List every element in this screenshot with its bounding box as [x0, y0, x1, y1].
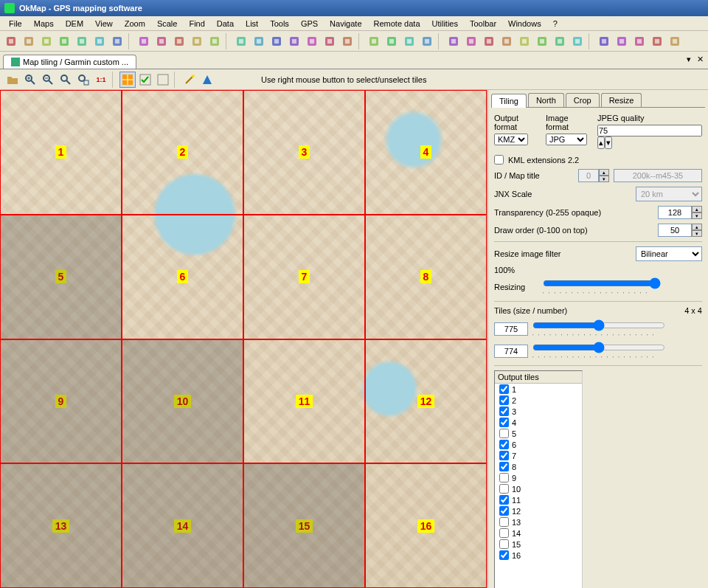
triangle-icon[interactable]	[199, 72, 215, 88]
output-tile-item[interactable]: 10	[495, 483, 582, 494]
map-tile-13[interactable]: 13	[0, 463, 122, 588]
menu-zoom[interactable]: Zoom	[119, 18, 151, 30]
map-tile-4[interactable]: 4	[365, 90, 487, 215]
zoom-window-icon[interactable]	[75, 72, 91, 88]
map-tile-12[interactable]: 12	[365, 339, 487, 464]
map-tile-1[interactable]: 1	[0, 90, 122, 215]
spin-down-icon[interactable]: ▾	[692, 212, 702, 219]
menu-dem[interactable]: DEM	[60, 18, 89, 30]
side-tab-crop[interactable]: Crop	[566, 93, 600, 107]
output-tile-checkbox[interactable]	[499, 517, 509, 527]
resizing-slider[interactable]	[543, 277, 661, 289]
output-tile-checkbox[interactable]	[499, 429, 509, 438]
download-icon[interactable]	[481, 33, 497, 49]
spin-up-icon[interactable]: ▴	[692, 224, 702, 230]
output-tile-checkbox[interactable]	[499, 407, 509, 416]
area-icon[interactable]	[304, 33, 320, 49]
flag-icon[interactable]	[56, 33, 72, 49]
map-tile-14[interactable]: 14	[122, 463, 243, 588]
marker-icon[interactable]	[251, 33, 267, 49]
menu-data[interactable]: Data	[211, 18, 240, 30]
zoom-win-icon[interactable]	[206, 33, 223, 49]
output-tile-item[interactable]: 7	[495, 450, 582, 461]
menu-maps[interactable]: Maps	[28, 18, 60, 30]
menu-navigate[interactable]: Navigate	[324, 18, 367, 30]
transparency-input[interactable]	[658, 206, 692, 219]
check-green-icon[interactable]	[137, 72, 153, 88]
lyr2-icon[interactable]	[534, 33, 550, 49]
menu-gps[interactable]: GPS	[295, 18, 324, 30]
map-tile-7[interactable]: 7	[243, 215, 365, 339]
output-tile-item[interactable]: 2	[495, 395, 582, 406]
spin-down-icon[interactable]: ▾	[692, 230, 702, 237]
output-tile-item[interactable]: 9	[495, 472, 582, 483]
output-tile-checkbox[interactable]	[499, 528, 509, 538]
pin-icon[interactable]	[74, 33, 90, 49]
output-tiles-list[interactable]: Output tiles 12345678910111213141516	[494, 370, 583, 588]
draw-order-input[interactable]	[658, 224, 692, 237]
lyr3-icon[interactable]	[552, 33, 568, 49]
side-tab-tiling[interactable]: Tiling	[491, 94, 527, 108]
edit-icon[interactable]	[322, 33, 338, 49]
tile-h-input[interactable]	[494, 345, 528, 358]
lock-icon[interactable]	[401, 33, 417, 49]
zoom-in-icon[interactable]	[136, 33, 152, 49]
tile-w-input[interactable]	[494, 322, 528, 336]
side-tab-north[interactable]: North	[528, 93, 564, 107]
route-icon[interactable]	[268, 33, 285, 49]
map-tile-2[interactable]: 2	[122, 90, 243, 215]
output-tile-item[interactable]: 14	[495, 528, 582, 539]
lyr1-icon[interactable]	[516, 33, 532, 49]
output-tile-checkbox[interactable]	[499, 384, 509, 394]
measure-icon[interactable]	[366, 33, 382, 49]
output-tile-checkbox[interactable]	[499, 550, 509, 560]
folder-icon[interactable]	[3, 33, 19, 49]
uncheck-icon[interactable]	[155, 72, 171, 88]
settings-icon[interactable]	[596, 33, 612, 49]
output-tile-item[interactable]: 3	[495, 406, 582, 417]
output-format-select[interactable]: KMZ	[494, 134, 528, 145]
grid-icon[interactable]	[119, 72, 136, 88]
output-tile-item[interactable]: 16	[495, 550, 582, 561]
layers-icon[interactable]	[38, 33, 55, 49]
resize-filter-select[interactable]: Bilinear	[636, 246, 702, 261]
map-tile-16[interactable]: 16	[365, 463, 487, 588]
tile-w-slider[interactable]	[532, 319, 665, 331]
sat-icon[interactable]	[445, 33, 462, 49]
map-tile-9[interactable]: 9	[0, 339, 122, 464]
wand-icon[interactable]	[181, 72, 198, 88]
output-tile-item[interactable]: 11	[495, 494, 582, 505]
tab-dropdown-icon[interactable]: ▾	[687, 55, 691, 64]
output-tile-checkbox[interactable]	[499, 451, 509, 460]
spin-up-icon[interactable]: ▴	[597, 136, 605, 149]
map-tile-8[interactable]: 8	[365, 215, 487, 339]
tab-close-icon[interactable]: ✕	[697, 55, 704, 64]
menu-list[interactable]: List	[240, 18, 264, 30]
side-tab-resize[interactable]: Resize	[601, 93, 642, 107]
new-map-icon[interactable]	[21, 33, 37, 49]
output-tile-checkbox[interactable]	[499, 506, 509, 516]
upload-icon[interactable]	[499, 33, 515, 49]
menu-remote-data[interactable]: Remote data	[368, 18, 426, 30]
map-canvas[interactable]: 12345678910111213141516	[0, 90, 487, 588]
output-tile-checkbox[interactable]	[499, 473, 509, 482]
zoom-11-icon[interactable]: 1:1	[93, 72, 109, 88]
menu-scale[interactable]: Scale	[151, 18, 184, 30]
output-tile-checkbox[interactable]	[499, 539, 509, 549]
output-tile-item[interactable]: 4	[495, 417, 582, 428]
track-icon[interactable]	[286, 33, 302, 49]
menu-toolbar[interactable]: Toolbar	[464, 18, 502, 30]
select-icon[interactable]	[339, 33, 355, 49]
map-tile-10[interactable]: 10	[122, 339, 243, 464]
output-tile-checkbox[interactable]	[499, 395, 509, 405]
info-icon[interactable]	[631, 33, 648, 49]
spin-down-icon[interactable]: ▾	[605, 136, 612, 149]
spin-up-icon[interactable]: ▴	[692, 206, 702, 212]
map-tile-15[interactable]: 15	[243, 463, 365, 588]
output-tile-item[interactable]: 13	[495, 516, 582, 528]
paint-icon[interactable]	[614, 33, 630, 49]
cloud-icon[interactable]	[463, 33, 479, 49]
output-tile-item[interactable]: 12	[495, 505, 582, 516]
output-tile-item[interactable]: 8	[495, 461, 582, 472]
open-icon[interactable]	[4, 72, 21, 88]
